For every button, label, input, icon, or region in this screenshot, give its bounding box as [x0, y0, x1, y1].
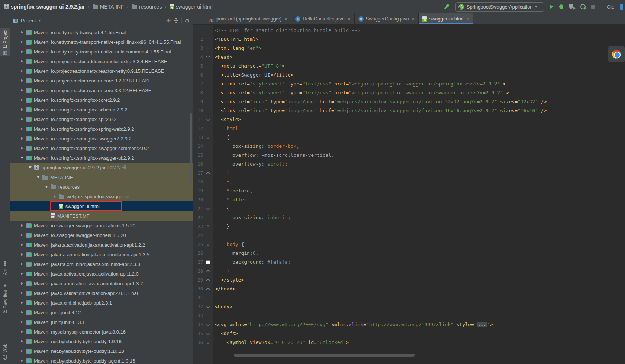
tree-row[interactable]: Maven: io.swagger:swagger-models:1.5.20: [10, 230, 193, 240]
expand-arrow[interactable]: [18, 234, 26, 237]
fold-collapse-icon[interactable]: [206, 270, 210, 274]
gear-icon[interactable]: ⚙: [185, 18, 190, 23]
expand-arrow[interactable]: [18, 321, 26, 324]
fold-collapse-icon[interactable]: [206, 172, 210, 176]
fold-collapse-icon[interactable]: [206, 279, 210, 283]
expand-arrow[interactable]: [18, 263, 26, 266]
tree-row[interactable]: resources: [10, 182, 193, 192]
editor-tab[interactable]: SwaggerConfig.java×: [355, 13, 419, 24]
breadcrumb-item[interactable]: resources: [132, 4, 162, 10]
expand-arrow[interactable]: [18, 89, 26, 92]
locate-file-icon[interactable]: ⊕: [166, 17, 171, 23]
tree-row[interactable]: Maven: javax.activation:javax.activation…: [10, 269, 193, 279]
fold-expanded-icon[interactable]: [206, 340, 210, 344]
tree-row[interactable]: Maven: net.bytebuddy:byte-buddy-agent:1.…: [10, 356, 193, 364]
tree-row[interactable]: Maven: io.springfox:springfox-core:2.9.2: [10, 95, 193, 105]
expand-arrow[interactable]: [18, 118, 26, 121]
tree-row[interactable]: Maven: net.bytebuddy:byte-buddy:1.9.16: [10, 337, 193, 346]
expand-arrow[interactable]: [18, 340, 26, 343]
tree-row[interactable]: Maven: io.springfox:springfox-swagger-ui…: [10, 153, 193, 163]
git-update-icon[interactable]: [620, 4, 623, 10]
tree-row[interactable]: Maven: io.projectreactor:reactor-core:3.…: [10, 85, 193, 95]
editor-tab[interactable]: HelloController.java×: [291, 13, 354, 24]
tree-row[interactable]: Maven: io.projectreactor:reactor-core:3.…: [10, 76, 193, 85]
expand-arrow[interactable]: [18, 147, 26, 150]
expand-arrow[interactable]: [18, 253, 26, 256]
expand-arrow[interactable]: [18, 224, 26, 227]
run-button[interactable]: [550, 4, 554, 9]
expand-arrow[interactable]: [51, 195, 59, 198]
expand-arrow[interactable]: [18, 330, 26, 333]
tree-row[interactable]: Maven: javax.annotation:javax.annotation…: [10, 279, 193, 288]
tree-row[interactable]: webjars.springfox-swagger-ui: [10, 192, 193, 201]
debug-button[interactable]: [559, 4, 563, 9]
expand-arrow[interactable]: [18, 31, 26, 34]
tree-row[interactable]: Maven: jakarta.annotation:jakarta.annota…: [10, 250, 193, 259]
horizontal-scrollbar[interactable]: [234, 354, 415, 357]
close-icon[interactable]: ×: [285, 16, 288, 22]
tool-window-button-web[interactable]: Web: [0, 342, 10, 361]
expand-arrow[interactable]: [18, 292, 26, 295]
color-preview-swatch[interactable]: [206, 260, 210, 264]
editor-tab[interactable]: swagger-ui.html×: [419, 13, 473, 24]
close-icon[interactable]: ×: [412, 16, 415, 22]
tree-row[interactable]: Maven: mysql:mysql-connector-java:8.0.16: [10, 327, 193, 337]
expand-arrow[interactable]: [18, 79, 26, 82]
tool-window-button-project[interactable]: 1: Project: [0, 28, 10, 56]
tree-row[interactable]: Maven: junit:junit:4.13.1: [10, 317, 193, 327]
tool-window-button-favorites[interactable]: ★ 2: Favorites: [0, 282, 10, 315]
fold-expanded-icon[interactable]: [206, 55, 210, 59]
tree-row[interactable]: Maven: io.springfox:springfox-swagger-co…: [10, 143, 193, 153]
tree-row[interactable]: Maven: io.springfox:springfox-schema:2.9…: [10, 105, 193, 114]
expand-arrow[interactable]: [18, 50, 26, 53]
tree-scrollbar[interactable]: [190, 113, 192, 183]
tree-row[interactable]: MANIFEST.MF: [10, 211, 193, 221]
chevron-down-icon[interactable]: ▾: [39, 19, 41, 22]
tree-row[interactable]: Maven: io.springfox:springfox-spring-web…: [10, 124, 193, 134]
fold-expanded-icon[interactable]: [206, 322, 210, 326]
tree-row[interactable]: Maven: jakarta.xml.bind:jakarta.xml.bind…: [10, 259, 193, 269]
expand-arrow[interactable]: [18, 359, 26, 362]
expand-arrow[interactable]: [18, 272, 26, 275]
expand-arrow[interactable]: [18, 98, 26, 101]
tree-row[interactable]: META-INF: [10, 172, 193, 182]
fold-expanded-icon[interactable]: [206, 305, 210, 308]
fold-expanded-icon[interactable]: [206, 207, 210, 210]
tree-row[interactable]: Maven: io.springfox:springfox-spi:2.9.2: [10, 114, 193, 124]
profiler-button[interactable]: [580, 4, 586, 9]
project-panel-title[interactable]: Project: [21, 18, 36, 23]
hide-panel-icon[interactable]: —: [193, 13, 206, 24]
breadcrumb-item[interactable]: swagger-ui.html: [170, 4, 213, 10]
collapse-all-icon[interactable]: [174, 18, 178, 23]
fold-expanded-icon[interactable]: [206, 135, 210, 139]
fold-expanded-icon[interactable]: [206, 46, 210, 50]
tree-row[interactable]: Maven: javax.validation:validation-api:2…: [10, 288, 193, 298]
close-icon[interactable]: ×: [466, 16, 469, 22]
close-icon[interactable]: ×: [348, 16, 351, 22]
fold-collapse-icon[interactable]: [206, 225, 210, 229]
run-configuration-select[interactable]: SpringbootSwaggerApplication ▾: [455, 2, 544, 12]
fold-expanded-icon[interactable]: [206, 242, 210, 246]
expand-arrow[interactable]: [42, 186, 51, 188]
expand-arrow[interactable]: [18, 69, 26, 72]
fold-expanded-icon[interactable]: [206, 117, 210, 121]
tree-row[interactable]: Maven: io.swagger:swagger-annotations:1.…: [10, 221, 193, 230]
tree-row[interactable]: springfox-swagger-ui-2.9.2.jarlibrary 根: [10, 163, 193, 172]
expand-arrow[interactable]: [18, 282, 26, 285]
tree-row[interactable]: Maven: io.netty:netty-transport:4.1.55.F…: [10, 27, 193, 37]
expand-arrow[interactable]: [18, 40, 26, 43]
tree-row[interactable]: Maven: io.netty:netty-transport-native-u…: [10, 47, 193, 56]
code-editor[interactable]: 1<!-- HTML for static distribution bundl…: [193, 25, 625, 364]
tree-row[interactable]: Maven: net.bytebuddy:byte-buddy:1.10.18: [10, 346, 193, 356]
run-with-coverage-button[interactable]: [569, 4, 575, 10]
tree-row[interactable]: Maven: io.projectreactor.netty:reactor-n…: [10, 66, 193, 76]
breadcrumb-item[interactable]: springfox-swagger-ui-2.9.2.jar: [4, 4, 85, 10]
expand-arrow[interactable]: [18, 301, 26, 304]
open-in-browser-button[interactable]: [608, 46, 625, 62]
expand-arrow[interactable]: [18, 108, 26, 111]
expand-arrow[interactable]: [34, 176, 42, 178]
expand-arrow[interactable]: [26, 166, 34, 169]
tool-window-button-ant[interactable]: Ant: [0, 259, 10, 277]
fold-expanded-icon[interactable]: [206, 331, 210, 335]
breadcrumb-item[interactable]: META-INF: [93, 4, 124, 10]
